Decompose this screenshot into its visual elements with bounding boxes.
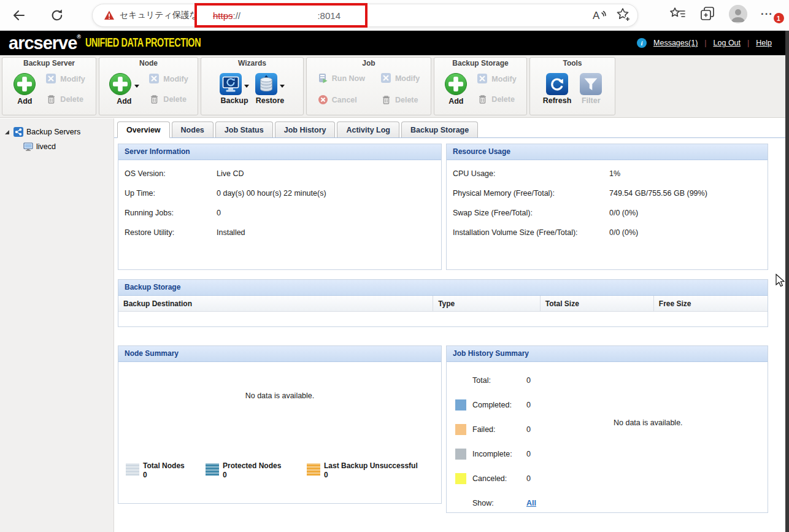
job-history-summary-panel: Job History Summary Total: 0 Completed: … <box>446 345 768 513</box>
backup-storage-delete-button[interactable]: Delete <box>477 94 516 104</box>
tab-job-status[interactable]: Job Status <box>215 121 273 137</box>
group-title: Backup Server <box>2 58 96 67</box>
panel-title: Node Summary <box>118 346 441 362</box>
group-title: Tools <box>530 58 615 67</box>
tree-node-backup-servers[interactable]: Backup Servers <box>5 125 114 139</box>
backup-server-modify-button[interactable]: Modify <box>46 74 85 84</box>
browser-menu-button[interactable]: ··· 1 <box>761 8 778 20</box>
url-slashes: :// <box>233 10 241 21</box>
logout-link[interactable]: Log Out <box>714 39 741 47</box>
group-title: Job <box>307 58 431 67</box>
group-title: Node <box>99 58 198 67</box>
no-data-message: No data is available. <box>614 418 683 427</box>
column-header-total-size[interactable]: Total Size <box>541 296 654 311</box>
back-button[interactable] <box>9 5 29 26</box>
node-add-button[interactable]: Add <box>109 72 139 106</box>
job-delete-button[interactable]: Delete <box>381 94 420 105</box>
tab-job-history[interactable]: Job History <box>275 121 336 137</box>
restore-wizard-icon <box>255 73 277 95</box>
read-aloud-button[interactable]: A <box>591 8 607 23</box>
product-name: UNIFIED DATA PROTECTION <box>85 36 201 50</box>
column-header-type[interactable]: Type <box>433 296 541 311</box>
messages-info-icon: i <box>637 38 647 48</box>
collections-icon <box>699 6 715 21</box>
add-label: Add <box>17 97 32 106</box>
job-modify-button[interactable]: Modify <box>381 73 420 83</box>
legend-label: Last Backup Unsuccessful <box>324 461 418 470</box>
messages-link[interactable]: Messages(1) <box>653 39 698 47</box>
arcserve-logo: arcserve® <box>9 34 80 52</box>
delete-icon <box>381 94 391 105</box>
tab-nodes[interactable]: Nodes <box>172 121 214 137</box>
panel-title: Resource Usage <box>447 144 768 160</box>
node-modify-button[interactable]: Modify <box>149 74 188 84</box>
profile-button[interactable] <box>729 5 747 23</box>
address-bar[interactable]: セキュリティ保護なし https :// :8014 A <box>92 4 638 27</box>
backup-storage-modify-button[interactable]: Modify <box>477 74 516 84</box>
tree-expander-icon[interactable] <box>5 130 9 134</box>
backup-storage-add-button[interactable]: Add <box>444 72 468 106</box>
job-cancel-button[interactable]: Cancel <box>318 94 365 105</box>
info-label: Swap Size (Free/Total): <box>453 209 609 217</box>
tools-filter-button[interactable]: Filter <box>580 73 602 105</box>
delete-label: Delete <box>163 95 187 104</box>
backup-wizard-button[interactable]: Backup <box>220 73 249 105</box>
row-label: Failed: <box>472 425 526 434</box>
registered-mark: ® <box>77 34 80 40</box>
column-header-backup-destination[interactable]: Backup Destination <box>118 296 433 311</box>
tab-overview[interactable]: Overview <box>117 121 170 138</box>
tools-refresh-button[interactable]: Refresh <box>543 73 572 105</box>
panel-title: Backup Storage <box>118 280 768 296</box>
info-value: Installed <box>217 228 245 237</box>
tree-node-livecd[interactable]: livecd <box>5 139 114 154</box>
dropdown-caret-icon <box>280 85 285 88</box>
legend-value: 0 <box>223 471 227 479</box>
favorites-hub-icon <box>669 6 686 21</box>
info-label: OS Version: <box>125 169 217 178</box>
server-tree-sidebar: Backup Servers livecd <box>0 118 114 532</box>
help-link[interactable]: Help <box>756 39 772 47</box>
info-row: Installation Volume Size (Free/Total):0/… <box>447 223 768 242</box>
info-value: 0 <box>217 209 221 217</box>
modify-label: Modify <box>491 75 516 83</box>
header-separator: | <box>747 39 749 47</box>
legend-label: Total Nodes <box>143 461 185 470</box>
info-row: CPU Usage:1% <box>447 164 768 183</box>
backup-server-add-button[interactable]: Add <box>13 72 36 106</box>
info-row: Physical Memory (Free/Total):749.54 GB/7… <box>447 183 768 203</box>
collections-button[interactable] <box>699 6 715 23</box>
info-row: Restore Utility:Installed <box>118 223 441 242</box>
cancel-label: Cancel <box>332 96 357 104</box>
screen: セキュリティ保護なし https :// :8014 A <box>0 0 789 532</box>
show-all-link[interactable]: All <box>526 499 536 507</box>
job-history-row-failed: Failed: 0 <box>447 417 768 442</box>
favorite-star-icon <box>615 7 631 23</box>
tab-backup-storage[interactable]: Backup Storage <box>401 121 478 137</box>
panel-title: Server Information <box>118 144 441 160</box>
column-header-free-size[interactable]: Free Size <box>654 296 768 311</box>
delete-label: Delete <box>60 95 83 104</box>
info-label: Installation Volume Size (Free/Total): <box>453 228 609 237</box>
legend-value: 0 <box>324 471 328 479</box>
ribbon-group-wizards: Wizards Backup Restore <box>201 57 304 115</box>
node-delete-button[interactable]: Delete <box>149 94 188 104</box>
restore-wizard-button[interactable]: Restore <box>255 73 285 105</box>
menu-dots-glyph: ··· <box>761 8 773 20</box>
favorite-button[interactable] <box>615 7 631 25</box>
server-monitor-icon <box>23 142 33 152</box>
favorites-bar-button[interactable] <box>669 6 686 23</box>
dropdown-caret-icon <box>244 85 249 88</box>
legend-swatch <box>126 463 139 476</box>
refresh-page-button[interactable] <box>47 5 67 26</box>
legend-item-protected-nodes: Protected Nodes0 <box>206 461 307 480</box>
node-summary-legend: Total Nodes0 Protected Nodes0 Last Backu… <box>126 461 418 480</box>
url-scheme: https <box>213 10 233 21</box>
panel-title: Job History Summary <box>447 346 768 362</box>
legend-item-last-backup-unsuccessful: Last Backup Unsuccessful0 <box>307 461 418 480</box>
info-value: 0/0 (0%) <box>609 228 638 237</box>
run-now-icon <box>318 73 328 83</box>
job-run-now-button[interactable]: Run Now <box>318 73 365 83</box>
tab-activity-log[interactable]: Activity Log <box>337 121 399 137</box>
notification-badge: 1 <box>774 13 784 23</box>
backup-server-delete-button[interactable]: Delete <box>46 94 85 104</box>
